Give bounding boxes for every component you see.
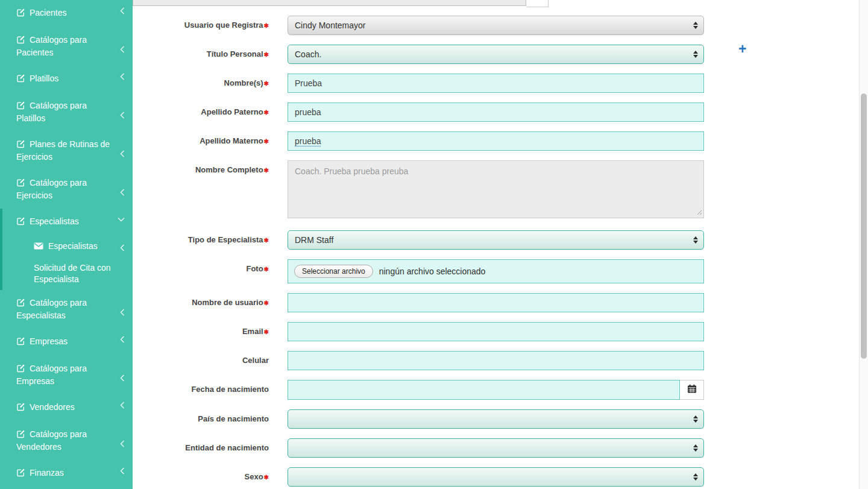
chevron-left-icon bbox=[120, 308, 125, 319]
select-arrows-icon bbox=[693, 22, 698, 29]
field-control: prueba bbox=[288, 131, 704, 151]
sidebar-subitem-label: Especialistas bbox=[48, 241, 98, 251]
sidebar-item-label: Catálogos para Ejercicios bbox=[16, 178, 87, 200]
required-marker: ✱ bbox=[264, 22, 269, 29]
sidebar-item-catalogos-para-pacientes[interactable]: Catálogos para Pacientes bbox=[0, 27, 133, 66]
select-value: Cindy Montemayor bbox=[295, 21, 366, 30]
sidebar-item-catalogos-para-especialistas[interactable]: Catálogos para Especialistas bbox=[0, 290, 133, 329]
field-control: DRM Staff bbox=[288, 230, 704, 250]
arrow-up-icon bbox=[693, 51, 698, 54]
field-control bbox=[288, 351, 704, 370]
select-tipo-de-especialista[interactable]: DRM Staff bbox=[288, 230, 704, 250]
required-marker: ✱ bbox=[264, 329, 269, 335]
field-label: Nombre de usuario✱ bbox=[133, 293, 269, 312]
select-entidad-de-nacimiento[interactable] bbox=[288, 438, 704, 458]
vertical-scrollbar-track[interactable] bbox=[859, 0, 868, 489]
select-sexo[interactable] bbox=[288, 467, 704, 487]
field-label: Sexo✱ bbox=[133, 467, 269, 487]
arrow-down-icon bbox=[693, 241, 698, 244]
form-row-entidad-de-nacimiento: Entidad de nacimiento bbox=[133, 438, 723, 458]
text-input-apellido-materno[interactable]: prueba bbox=[288, 131, 704, 151]
arrow-down-icon bbox=[693, 449, 698, 452]
field-label: Tipo de Especialista✱ bbox=[133, 230, 269, 250]
required-marker: ✱ bbox=[264, 80, 269, 87]
sidebar-item-especialistas[interactable]: Especialistas bbox=[2, 209, 133, 236]
sidebar-item-platillos[interactable]: Platillos bbox=[0, 66, 133, 93]
sidebar-menu: PacientesCatálogos para PacientesPlatill… bbox=[0, 0, 133, 489]
chevron-left-icon bbox=[120, 188, 125, 199]
field-label-text: Apellido Paterno bbox=[201, 107, 263, 116]
field-label: Apellido Paterno✱ bbox=[133, 103, 269, 122]
select-usuario-que-registra[interactable]: Cindy Montemayor bbox=[288, 16, 704, 35]
sidebar-submenu: EspecialistasSolicitud de Cita con Espec… bbox=[2, 236, 133, 290]
calendar-button[interactable] bbox=[680, 380, 704, 400]
required-marker: ✱ bbox=[264, 474, 269, 481]
text-input-nombre-de-usuario[interactable] bbox=[288, 293, 704, 312]
select-pais-de-nacimiento[interactable] bbox=[288, 409, 704, 429]
resize-handle-icon[interactable] bbox=[697, 207, 702, 218]
field-label-text: Usuario que Registra bbox=[184, 21, 263, 30]
vertical-scrollbar-thumb[interactable] bbox=[861, 93, 867, 359]
field-control bbox=[288, 293, 704, 312]
sidebar-item-catalogos-para-ejercicios[interactable]: Catálogos para Ejercicios bbox=[0, 170, 133, 209]
text-input-apellido-paterno[interactable]: prueba bbox=[288, 103, 704, 122]
text-input-nombre-s[interactable]: Prueba bbox=[288, 74, 704, 93]
date-input-fecha-de-nacimiento[interactable] bbox=[288, 380, 680, 400]
sidebar-item-pacientes[interactable]: Pacientes bbox=[0, 0, 133, 27]
field-label: Celular bbox=[133, 351, 269, 370]
text-input-email[interactable] bbox=[288, 322, 704, 341]
edit-icon bbox=[16, 402, 25, 414]
sidebar-item-finanzas[interactable]: Finanzas bbox=[0, 460, 133, 487]
required-marker: ✱ bbox=[264, 237, 269, 244]
field-label: País de nacimiento bbox=[133, 409, 269, 429]
form-row-foto: Foto✱Seleccionar archivoningún archivo s… bbox=[133, 259, 723, 283]
sidebar-item-planes-de-rutinas-de-ejercicios[interactable]: Planes de Rutinas de Ejercicios bbox=[0, 131, 133, 170]
field-label-text: Apellido Materno bbox=[200, 136, 263, 145]
field-label-text: País de nacimiento bbox=[198, 414, 269, 423]
select-titulo-personal[interactable]: Coach. bbox=[288, 45, 704, 64]
arrow-up-icon bbox=[693, 415, 698, 418]
sidebar-item-label: Finanzas bbox=[30, 468, 64, 478]
date-input-group bbox=[288, 380, 704, 400]
sidebar-item-vendedores[interactable]: Vendedores bbox=[0, 394, 133, 421]
file-input-foto[interactable]: Seleccionar archivoningún archivo selecc… bbox=[288, 259, 704, 283]
partial-button-top[interactable] bbox=[526, 0, 549, 7]
sidebar-item-catalogos-para-platillos[interactable]: Catálogos para Platillos bbox=[0, 93, 133, 131]
select-arrows-icon bbox=[693, 51, 698, 58]
field-label-text: Nombre de usuario bbox=[192, 298, 263, 307]
edit-icon bbox=[16, 298, 25, 310]
edit-icon bbox=[16, 101, 25, 113]
sidebar-subitem-especialistas[interactable]: Especialistas bbox=[2, 236, 133, 257]
sidebar-subitem-solicitud-de-cita-con-especialista[interactable]: Solicitud de Cita con Especialista bbox=[2, 257, 133, 290]
text-input-value: Prueba bbox=[295, 78, 322, 88]
arrow-down-icon bbox=[693, 420, 698, 423]
field-label-text: Nombre(s) bbox=[224, 78, 263, 87]
text-input-celular[interactable] bbox=[288, 351, 704, 370]
form-row-email: Email✱ bbox=[133, 322, 723, 341]
form-row-apellido-paterno: Apellido Paterno✱prueba bbox=[133, 103, 723, 122]
chevron-left-icon bbox=[120, 110, 125, 122]
file-select-button[interactable]: Seleccionar archivo bbox=[294, 265, 373, 278]
partial-input-top[interactable] bbox=[133, 0, 526, 6]
add-option-plus-icon[interactable]: + bbox=[738, 44, 750, 56]
required-marker: ✱ bbox=[264, 51, 269, 58]
arrow-up-icon bbox=[693, 473, 698, 476]
field-label: Foto✱ bbox=[133, 259, 269, 283]
edit-icon bbox=[16, 35, 25, 47]
text-input-value: prueba bbox=[295, 136, 321, 146]
field-label: Título Personal✱ bbox=[133, 45, 269, 64]
textarea-nombre-completo[interactable] bbox=[288, 160, 704, 218]
sidebar-item-label: Catálogos para Empresas bbox=[16, 364, 87, 386]
arrow-up-icon bbox=[693, 22, 698, 25]
sidebar-item-catalogos-para-vendedores[interactable]: Catálogos para Vendedores bbox=[0, 421, 133, 460]
field-label-text: Foto bbox=[246, 264, 263, 273]
sidebar-item-catalogos-para-empresas[interactable]: Catálogos para Empresas bbox=[0, 356, 133, 394]
field-control bbox=[288, 322, 704, 341]
sidebar-item-empresas[interactable]: Empresas bbox=[0, 329, 133, 356]
specialist-form: Usuario que Registra✱Cindy MontemayorTít… bbox=[133, 0, 723, 487]
arrow-down-icon bbox=[693, 55, 698, 58]
chevron-left-icon bbox=[120, 243, 125, 254]
form-row-pais-de-nacimiento: País de nacimiento bbox=[133, 409, 723, 429]
select-value: DRM Staff bbox=[295, 235, 333, 245]
field-control bbox=[288, 380, 704, 400]
